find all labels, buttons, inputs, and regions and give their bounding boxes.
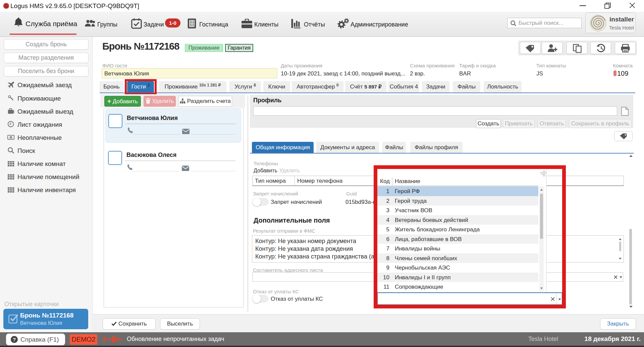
svg-text:1: 1 — [10, 136, 12, 138]
